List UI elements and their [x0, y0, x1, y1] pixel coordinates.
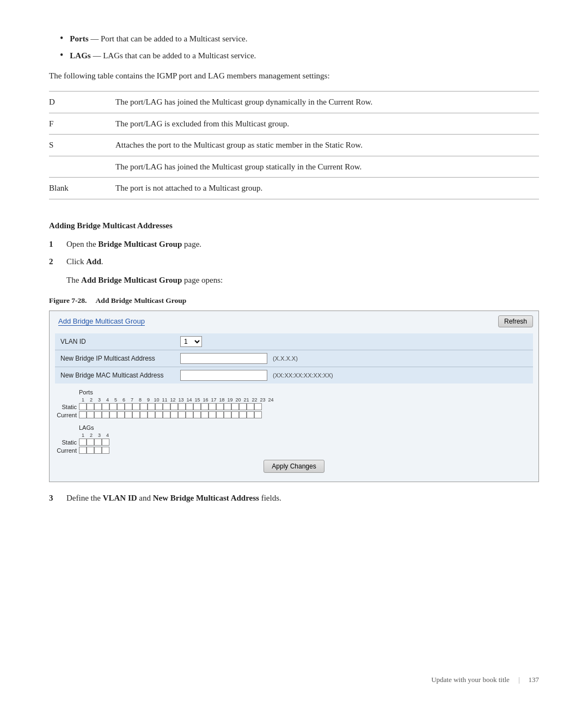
port-static-cell[interactable] [178, 403, 186, 410]
port-current-cell[interactable] [79, 411, 87, 418]
footer-title: Update with your book title [431, 675, 510, 684]
ui-title-link[interactable]: Add Bridge Multicast Group [58, 317, 145, 326]
port-number: 18 [218, 397, 226, 403]
port-current-cell[interactable] [186, 411, 193, 418]
port-static-cell[interactable] [155, 403, 163, 410]
port-current-cell[interactable] [254, 411, 262, 418]
lag-number: 4 [103, 433, 112, 438]
port-col: 5 [112, 397, 120, 403]
port-static-cell[interactable] [247, 403, 254, 410]
port-current-cell[interactable] [148, 411, 155, 418]
port-static-cell[interactable] [231, 403, 239, 410]
lag-current-cell[interactable] [94, 447, 102, 454]
ip-input-area: (X.X.X.X) [180, 353, 528, 364]
form-row-mac-multicast: New Bridge MAC Multicast Address (XX:XX:… [55, 367, 533, 384]
port-static-cell[interactable] [102, 403, 109, 410]
port-current-cell[interactable] [125, 411, 132, 418]
port-static-cell[interactable] [193, 403, 201, 410]
ports-lags-area: Ports 1234567891011121314151617181920212… [55, 389, 533, 454]
port-static-cell[interactable] [163, 403, 170, 410]
ip-multicast-input[interactable] [180, 353, 267, 364]
lag-static-cell[interactable] [102, 439, 109, 446]
port-current-cell[interactable] [155, 411, 163, 418]
port-current-cell[interactable] [193, 411, 201, 418]
port-current-cell[interactable] [132, 411, 140, 418]
port-static-cell[interactable] [87, 403, 94, 410]
port-col: 1 [79, 397, 87, 403]
port-static-cell[interactable] [201, 403, 209, 410]
ports-static-cells [79, 403, 262, 411]
table-key-s: S [49, 135, 109, 156]
port-static-cell[interactable] [254, 403, 262, 410]
vlan-input-area: 1 [180, 336, 528, 347]
form-row-vlan: VLAN ID 1 [55, 333, 533, 350]
port-current-cell[interactable] [163, 411, 170, 418]
port-current-cell[interactable] [170, 411, 178, 418]
apply-changes-button[interactable]: Apply Changes [264, 460, 324, 473]
port-static-cell[interactable] [209, 403, 216, 410]
port-static-cell[interactable] [239, 403, 247, 410]
port-static-cell[interactable] [125, 403, 132, 410]
port-current-cell[interactable] [117, 411, 125, 418]
step-2-bold: Add [86, 257, 101, 266]
port-static-cell[interactable] [148, 403, 155, 410]
figure-label: Figure 7-28. Add Bridge Multicast Group [49, 296, 539, 305]
port-static-cell[interactable] [94, 403, 102, 410]
step-3-addr: New Bridge Multicast Address [153, 494, 259, 502]
bullet-text-lags: LAGs — LAGs that can be added to a Multi… [70, 50, 256, 62]
lag-static-cell[interactable] [79, 439, 87, 446]
port-col: 10 [152, 397, 161, 403]
lag-static-cell[interactable] [87, 439, 94, 446]
port-current-cell[interactable] [247, 411, 254, 418]
bullet-lags: • LAGs — LAGs that can be added to a Mul… [49, 50, 539, 62]
port-col: 20 [234, 397, 242, 403]
port-col: 18 [218, 397, 226, 403]
port-current-cell[interactable] [140, 411, 148, 418]
step-2-after: . [101, 257, 103, 266]
step-1-before: Open the [66, 240, 98, 248]
port-static-cell[interactable] [186, 403, 193, 410]
port-number: 17 [210, 397, 218, 403]
vlan-id-select[interactable]: 1 [180, 336, 202, 347]
port-current-cell[interactable] [216, 411, 224, 418]
lag-current-cell[interactable] [79, 447, 87, 454]
lag-current-cell[interactable] [102, 447, 109, 454]
refresh-button[interactable]: Refresh [498, 315, 533, 327]
port-static-cell[interactable] [170, 403, 178, 410]
desc-lags: LAGs that can be added to a Multicast se… [103, 51, 256, 60]
port-static-cell[interactable] [117, 403, 125, 410]
port-current-cell[interactable] [239, 411, 247, 418]
port-static-cell[interactable] [224, 403, 231, 410]
port-current-cell[interactable] [224, 411, 231, 418]
port-current-cell[interactable] [109, 411, 117, 418]
port-current-cell[interactable] [178, 411, 186, 418]
port-number: 6 [120, 397, 128, 403]
dash-ports: — [90, 34, 101, 43]
table-key-d: D [49, 92, 109, 113]
port-current-cell[interactable] [231, 411, 239, 418]
mac-multicast-input[interactable] [180, 370, 267, 381]
port-number: 14 [185, 397, 193, 403]
port-static-cell[interactable] [216, 403, 224, 410]
lag-static-cell[interactable] [94, 439, 102, 446]
port-current-cell[interactable] [94, 411, 102, 418]
port-static-cell[interactable] [140, 403, 148, 410]
add-page-intro-before: The [66, 276, 81, 284]
table-value-d: The port/LAG has joined the Multicast gr… [109, 92, 539, 113]
term-lags: LAGs [70, 51, 90, 60]
table-row: D The port/LAG has joined the Multicast … [49, 92, 539, 113]
port-number: 3 [95, 397, 103, 403]
port-static-cell[interactable] [79, 403, 87, 410]
table-row: S Attaches the port to the Multicast gro… [49, 135, 539, 156]
port-current-cell[interactable] [102, 411, 109, 418]
lags-current-label: Current [55, 446, 79, 454]
step-1-number: 1 [49, 238, 66, 251]
port-static-cell[interactable] [132, 403, 140, 410]
port-current-cell[interactable] [201, 411, 209, 418]
port-current-cell[interactable] [209, 411, 216, 418]
port-current-cell[interactable] [87, 411, 94, 418]
lag-current-cell[interactable] [87, 447, 94, 454]
port-col: 7 [128, 397, 136, 403]
step-1-after: page. [182, 240, 201, 248]
port-static-cell[interactable] [109, 403, 117, 410]
